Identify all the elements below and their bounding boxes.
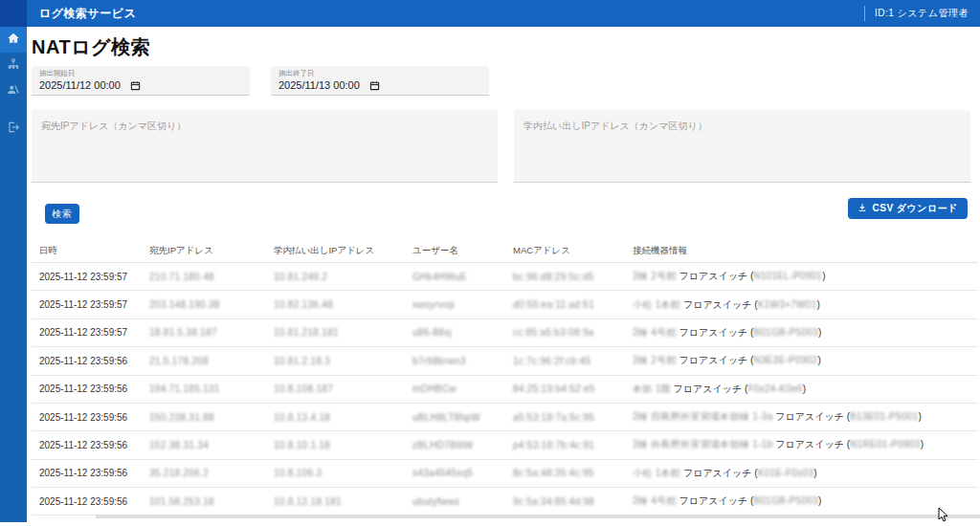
start-date-field[interactable]: 抽出開始日 2025/11/12 00:00 [32,66,250,96]
cell-internal-ip: 10.8.10.1.18 [266,431,405,459]
users-icon [7,83,20,100]
table-row: 2025-11-12 23:59:56101.58.253.1810.8.12.… [32,488,978,515]
cell-mac: 1c:7c:96:2f:cb:45 [505,347,625,375]
cell-datetime: 2025-11-12 23:59:56 [32,459,142,487]
sidebar-item-logout[interactable] [0,116,27,142]
cell-device-info: 2棟 4号館 フロアスイッチ (B01GB-P5003) [625,488,978,515]
csv-download-button[interactable]: CSV ダウンロード [848,198,968,219]
table-row: 2025-11-12 23:59:57203.148.190.3810.82.1… [32,291,978,318]
cell-username: s43a4545xq5 [405,459,505,487]
table-body: 2025-11-12 23:59:57210.71.180.4810.81.24… [32,263,978,526]
cell-device-info: 2棟 2号館 フロアスイッチ (N101EL-P0901) [625,263,978,291]
cell-datetime: 2025-11-12 23:59:56 [32,488,142,515]
cell-internal-ip: 10.81.2.18.3 [266,347,405,375]
cell-username: b7r98brwn3 [405,347,505,375]
cell-dst-ip: 194.71.185.131 [142,375,266,403]
col-header-internal-ip: 学内払い出しIPアドレス [266,240,405,263]
horizontal-scrollbar[interactable] [96,515,980,518]
cell-internal-ip: 10.8.12.18.181 [266,488,405,515]
cell-device-info: 小松 1本館 フロアスイッチ (K1W3+7W01) [625,291,978,318]
cell-internal-ip: 10.81.218.181 [266,318,405,346]
cell-username: ubutyfwws [405,488,505,515]
table-row: 2025-11-12 23:59:56152.38.31.3410.8.10.1… [32,431,978,459]
cell-device-info: 2棟 田島野外実習場本部棟 1-3a フロアスイッチ (B13E01-P5001… [625,403,978,430]
cell-device-info: 本部 1階 フロアスイッチ (F0x24-K0e6) [625,375,978,403]
cell-dst-ip: 203.148.190.38 [142,291,266,318]
ip-filter-row [32,110,970,183]
cell-device-info: 2棟 外島野外実習場本部棟 1-1b フロアスイッチ (N1RE01-P0903… [625,431,978,459]
cell-username: GHk4HWuE [405,263,505,291]
table-row: 2025-11-12 23:59:5635.218.206.210.8.106.… [32,459,978,487]
app-title: ログ検索サービス [39,6,136,22]
col-header-username: ユーザー名 [405,240,505,263]
logged-in-user: ID:1 システム管理者 [875,7,969,20]
destination-ip-input[interactable] [32,110,498,183]
cell-internal-ip: 10.8.108.187 [266,375,405,403]
table-header-row: 日時 宛先IPアドレス 学内払い出しIPアドレス ユーザー名 MACアドレス 接… [32,240,978,263]
cell-username: zBLHD786tW [405,431,505,459]
cell-datetime: 2025-11-12 23:59:56 [32,431,142,459]
page-title: NATログ検索 [32,34,970,60]
cell-username: xwsyrvop [405,291,505,318]
app-bar-corner [0,0,27,27]
cell-username: mDHBCw [405,375,505,403]
date-filter-row: 抽出開始日 2025/11/12 00:00 抽出終了日 2025/11/13 … [32,66,970,96]
sidebar-item-users[interactable] [0,78,27,104]
calendar-icon[interactable] [130,80,141,91]
cell-datetime: 2025-11-12 23:59:57 [32,263,142,291]
action-row: 検索 CSV ダウンロード [32,204,970,227]
search-button[interactable]: 検索 [45,204,79,224]
cell-mac: 84:25:19:b4:52:e5 [505,375,625,403]
app-bar: ログ検索サービス ID:1 システム管理者 [0,0,980,27]
cell-mac: cc:85:a5:b3:08:9a [505,318,625,346]
cell-device-info: 小松 1本館 フロアスイッチ (K01E-F0s03) [625,459,978,487]
col-header-device-info: 接続機器情報 [625,240,978,263]
csv-download-label: CSV ダウンロード [872,202,958,215]
cell-mac: 8c:5a:48:35:4c:95 [505,459,625,487]
cell-internal-ip: 10.8.13.4.18 [266,403,405,430]
end-date-value: 2025/11/13 00:00 [278,79,360,91]
app-bar-right: ID:1 システム管理者 [864,0,980,27]
cell-mac: d0:55:ea:11:ad:51 [505,291,625,318]
mouse-cursor [938,508,949,526]
end-date-label: 抽出終了日 [278,69,481,78]
results-table: 日時 宛先IPアドレス 学内払い出しIPアドレス ユーザー名 MACアドレス 接… [32,240,970,526]
col-header-mac: MACアドレス [505,240,625,263]
start-date-label: 抽出開始日 [39,69,242,78]
app-window: ログ検索サービス ID:1 システム管理者 [0,0,980,526]
internal-ip-input[interactable] [514,110,970,183]
table-row: 2025-11-12 23:59:5718.81.5.38.18710.81.2… [32,318,978,346]
cell-mac: p4:53:18:7b:4c:91 [505,431,625,459]
app-bar-divider [864,6,865,21]
cell-device-info: 2棟 4号館 フロアスイッチ (B01GB-P5003) [625,318,978,346]
table-row: 2025-11-12 23:59:56194.71.185.13110.8.10… [32,375,978,403]
cell-dst-ip: 35.218.206.2 [142,459,266,487]
cell-dst-ip: 152.38.31.34 [142,431,266,459]
end-date-field[interactable]: 抽出終了日 2025/11/13 00:00 [271,66,489,96]
cell-datetime: 2025-11-12 23:59:57 [32,291,142,318]
logout-icon [7,121,20,138]
network-icon [7,57,20,75]
home-icon [7,32,20,49]
calendar-icon[interactable] [369,80,380,91]
cell-internal-ip: 10.82.136.48 [266,291,405,318]
cell-device-info: 2棟 2号館 フロアスイッチ (N3E3E-P0902) [625,347,978,375]
table-row: 2025-11-12 23:59:57210.71.180.4810.81.24… [32,263,978,291]
cell-mac: 9c:5a:34:85:4d:98 [505,488,625,515]
sidebar-nav [0,27,27,522]
sidebar-item-home[interactable] [0,27,27,53]
main-content: NATログ検索 抽出開始日 2025/11/12 00:00 抽出終了日 202… [27,27,980,522]
cell-dst-ip: 101.58.253.18 [142,488,266,515]
cell-internal-ip: 10.81.249.2 [266,263,405,291]
table-row: 2025-11-12 23:59:56150.238.31.8810.8.13.… [32,403,978,430]
download-icon [858,203,867,214]
col-header-dst-ip: 宛先IPアドレス [142,240,266,263]
cell-datetime: 2025-11-12 23:59:57 [32,318,142,346]
cell-datetime: 2025-11-12 23:59:56 [32,347,142,375]
sidebar-item-network[interactable] [0,53,27,78]
cell-internal-ip: 10.8.106.3 [266,459,405,487]
table-row: 2025-11-12 23:59:5621.5.178.20810.81.2.1… [32,347,978,375]
cell-dst-ip: 210.71.180.48 [142,263,266,291]
cell-dst-ip: 150.238.31.88 [142,403,266,430]
cell-mac: a5:53:18:7a:5c:95 [505,403,625,430]
